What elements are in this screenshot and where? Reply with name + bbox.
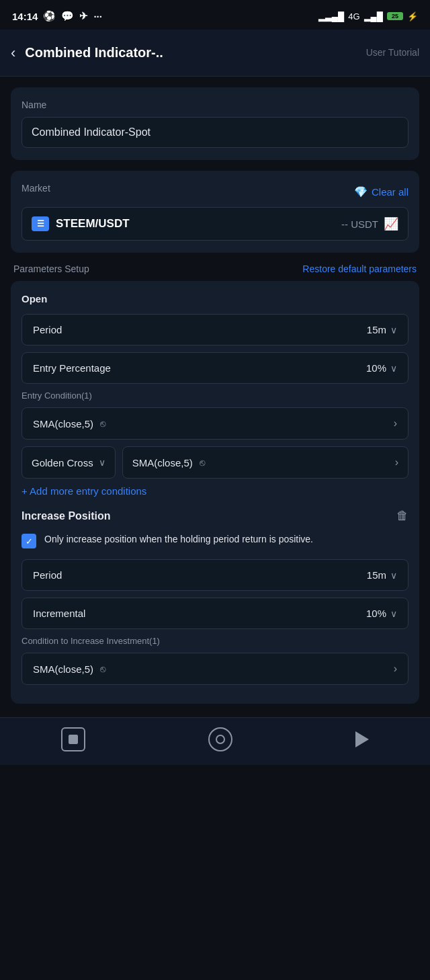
- increase-condition-1-left: SMA(close,5) ⎋: [33, 663, 105, 675]
- parameters-card: Open Period 15m ∨ Entry Percentage 10% ∨…: [11, 281, 419, 704]
- increase-period-row[interactable]: Period 15m ∨: [22, 559, 408, 591]
- status-bar: 14:14 ⚽ 💬 ✈ ··· ▂▃▄█ 4G ▂▄█ 25 ⚡: [0, 0, 430, 30]
- holding-period-checkbox[interactable]: ✓: [22, 534, 36, 548]
- status-right: ▂▃▄█ 4G ▂▄█ 25 ⚡: [318, 11, 418, 22]
- condition-1-indicator: SMA(close,5): [33, 418, 93, 430]
- increase-period-label: Period: [33, 569, 62, 581]
- parameters-header: Parameters Setup Restore default paramet…: [11, 263, 419, 274]
- incremental-label: Incremental: [33, 608, 85, 619]
- condition-invest-label: Condition to Increase Investment(1): [22, 636, 408, 646]
- network-icon: 4G: [348, 11, 359, 22]
- market-icon: ☰: [32, 216, 49, 231]
- name-input[interactable]: [22, 117, 408, 148]
- holding-period-checkbox-row[interactable]: ✓ Only increase position when the holdin…: [22, 532, 408, 548]
- circle-icon: [216, 735, 225, 744]
- charging-icon: ⚡: [407, 11, 418, 22]
- increase-condition-1-edit-icon: ⎋: [100, 663, 105, 674]
- incremental-value: 10%: [366, 608, 386, 619]
- entry-percentage-chevron-down-icon: ∨: [390, 363, 397, 374]
- name-label: Name: [22, 99, 408, 110]
- increase-period-chevron-down-icon: ∨: [390, 570, 397, 581]
- checkbox-check-icon: ✓: [26, 536, 33, 546]
- name-card: Name: [11, 87, 419, 160]
- restore-button[interactable]: Restore default parameters: [302, 263, 417, 274]
- battery-indicator: 25: [387, 12, 403, 20]
- period-chevron-down-icon: ∨: [390, 325, 397, 335]
- main-content: Name Market 💎 Clear all ☰ STEEM/USDT -- …: [0, 77, 430, 704]
- ellipsis-icon: ···: [93, 11, 102, 22]
- condition-2-edit-icon: ⎋: [200, 457, 205, 468]
- incremental-value-group: 10% ∨: [366, 608, 397, 619]
- period-label: Period: [33, 324, 62, 335]
- entry-condition-2-split: Golden Cross ∨ SMA(close,5) ⎋ ›: [22, 446, 408, 479]
- clear-all-label: Clear all: [372, 186, 408, 198]
- increase-condition-1-row[interactable]: SMA(close,5) ⎋ ›: [22, 653, 408, 685]
- square-nav-button[interactable]: [61, 727, 85, 751]
- condition-2-chevron-right-icon: ›: [395, 456, 398, 468]
- period-row[interactable]: Period 15m ∨: [22, 314, 408, 345]
- entry-percentage-row[interactable]: Entry Percentage 10% ∨: [22, 352, 408, 384]
- entry-condition-1-row[interactable]: SMA(close,5) ⎋ ›: [22, 407, 408, 440]
- trash-icon[interactable]: 🗑: [396, 509, 408, 523]
- user-tutorial-link[interactable]: User Tutorial: [366, 46, 419, 58]
- parameters-title: Parameters Setup: [13, 263, 89, 274]
- condition-1-edit-icon: ⎋: [100, 418, 105, 429]
- condition-1-left: SMA(close,5) ⎋: [33, 418, 105, 430]
- status-left: 14:14 ⚽ 💬 ✈ ···: [12, 10, 102, 22]
- status-time: 14:14: [12, 11, 38, 22]
- square-icon: [69, 735, 78, 744]
- back-button[interactable]: ‹: [11, 44, 15, 62]
- telegram-icon: ✈: [79, 10, 88, 22]
- market-header-row: Market 💎 Clear all: [22, 183, 408, 200]
- chart-icon: 📈: [384, 216, 398, 231]
- circle-nav-button[interactable]: [208, 727, 232, 751]
- clear-all-button[interactable]: 💎 Clear all: [354, 186, 408, 198]
- back-nav-button[interactable]: [355, 731, 369, 747]
- page-title: Combined Indicator-..: [25, 45, 366, 60]
- soccer-icon: ⚽: [43, 10, 56, 22]
- condition-2-indicator-row[interactable]: SMA(close,5) ⎋ ›: [122, 446, 408, 479]
- increase-period-value-group: 15m ∨: [367, 569, 397, 581]
- increase-period-value: 15m: [367, 569, 386, 581]
- clear-icon: 💎: [354, 186, 368, 198]
- open-label: Open: [22, 293, 408, 304]
- signal-icon: ▂▃▄█: [318, 11, 344, 22]
- header: ‹ Combined Indicator-.. User Tutorial: [0, 30, 430, 77]
- period-value: 15m: [367, 324, 386, 335]
- market-pair-left: ☰ STEEM/USDT: [32, 216, 130, 231]
- golden-cross-chevron-down-icon: ∨: [99, 457, 105, 468]
- period-value-group: 15m ∨: [367, 324, 397, 335]
- holding-period-text: Only increase position when the holding …: [44, 532, 313, 546]
- market-suffix: -- USDT: [341, 218, 378, 230]
- entry-condition-label: Entry Condition(1): [22, 391, 408, 401]
- market-pair: STEEM/USDT: [56, 217, 130, 231]
- market-row[interactable]: ☰ STEEM/USDT -- USDT 📈: [22, 207, 408, 241]
- whatsapp-icon: 💬: [61, 10, 74, 22]
- condition-2-left: SMA(close,5) ⎋: [132, 457, 205, 468]
- market-label: Market: [22, 183, 50, 194]
- signal2-icon: ▂▄█: [364, 11, 383, 22]
- golden-cross-selector[interactable]: Golden Cross ∨: [22, 446, 116, 479]
- entry-percentage-label: Entry Percentage: [33, 362, 111, 374]
- entry-percentage-value: 10%: [366, 362, 386, 374]
- condition-1-chevron-right-icon: ›: [394, 417, 397, 430]
- entry-percentage-value-group: 10% ∨: [366, 362, 397, 374]
- incremental-row[interactable]: Incremental 10% ∨: [22, 598, 408, 629]
- increase-condition-1-chevron-right-icon: ›: [394, 663, 397, 675]
- market-pair-right: -- USDT 📈: [341, 216, 398, 231]
- golden-cross-label: Golden Cross: [32, 457, 93, 468]
- market-card: Market 💎 Clear all ☰ STEEM/USDT -- USDT …: [11, 171, 419, 253]
- incremental-chevron-down-icon: ∨: [390, 608, 397, 619]
- increase-position-title: Increase Position: [22, 510, 111, 522]
- increase-condition-1-indicator: SMA(close,5): [33, 663, 93, 675]
- increase-position-header: Increase Position 🗑: [22, 509, 408, 523]
- bottom-nav: [0, 717, 430, 765]
- triangle-icon: [355, 731, 369, 747]
- add-more-conditions-button[interactable]: + Add more entry conditions: [22, 485, 408, 497]
- condition-2-indicator: SMA(close,5): [132, 457, 193, 468]
